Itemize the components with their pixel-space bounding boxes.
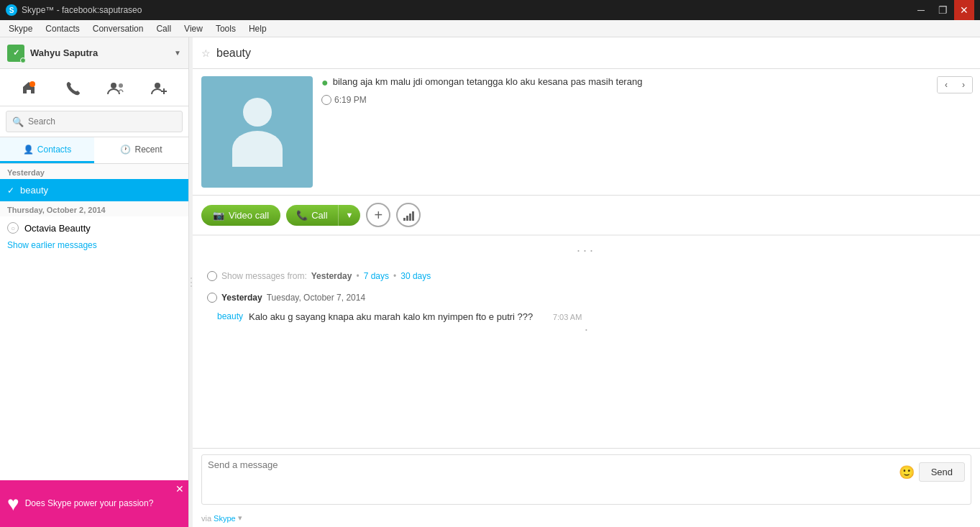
skype-link[interactable]: Skype bbox=[214, 514, 236, 523]
message-input-wrap: 🙂 Send bbox=[201, 454, 971, 505]
show-earlier-link[interactable]: Show earlier messages bbox=[0, 234, 104, 256]
nav-prev-button[interactable]: ‹ bbox=[938, 77, 955, 93]
message-text: Kalo aku g sayang knapa aku marah kalo k… bbox=[249, 311, 533, 322]
call-button[interactable]: 📞 Call bbox=[286, 205, 337, 226]
profile-section: ● bilang aja km malu jdi omongan tetangg… bbox=[193, 69, 980, 196]
check-icon: ✓ bbox=[7, 185, 14, 196]
call-button-group: 📞 Call ▼ bbox=[286, 205, 360, 226]
signal-bars-icon bbox=[403, 209, 414, 221]
contacts-list: Yesterday ✓ beauty Thursday, October 2, … bbox=[0, 164, 188, 480]
menu-tools[interactable]: Tools bbox=[210, 22, 242, 35]
tab-contacts[interactable]: 👤 Contacts bbox=[0, 137, 94, 163]
message-time: 7:03 AM bbox=[539, 311, 582, 321]
menu-view[interactable]: View bbox=[178, 22, 209, 35]
signal-button[interactable] bbox=[396, 203, 421, 227]
avatar-head bbox=[243, 98, 272, 127]
star-icon[interactable]: ☆ bbox=[201, 47, 211, 59]
nav-next-button[interactable]: › bbox=[955, 77, 972, 93]
chat-header: ☆ beauty bbox=[193, 37, 980, 69]
home-button[interactable] bbox=[14, 73, 43, 102]
phone-button[interactable] bbox=[58, 73, 87, 102]
menu-help[interactable]: Help bbox=[243, 22, 273, 35]
promo-text: Does Skype power your passion? bbox=[25, 498, 154, 510]
status-dot bbox=[20, 58, 26, 63]
chat-title: beauty bbox=[216, 47, 251, 60]
message-row: beauty Kalo aku g sayang knapa aku marah… bbox=[193, 308, 980, 325]
group-thursday: Thursday, October 2, 2014 bbox=[0, 201, 188, 216]
show-messages-from: Show messages from: Yesterday • 7 days •… bbox=[193, 265, 980, 287]
show-30-days-link[interactable]: 30 days bbox=[400, 271, 431, 281]
sidebar: ✓ Wahyu Saputra ▼ bbox=[0, 37, 189, 527]
nav-arrows: ‹ › bbox=[937, 76, 973, 93]
chat-area: ☆ beauty ● bilang aja km malu jdi omonga… bbox=[193, 37, 980, 527]
date-label: Yesterday Tuesday, October 7, 2014 bbox=[193, 287, 980, 308]
avatar-figure bbox=[232, 98, 283, 167]
profile-time: 6:19 PM bbox=[321, 95, 971, 105]
svg-point-3 bbox=[155, 83, 160, 88]
promo-heart-icon: ♥ bbox=[7, 492, 19, 515]
user-header: ✓ Wahyu Saputra ▼ bbox=[0, 37, 188, 69]
search-icon: 🔍 bbox=[12, 116, 24, 127]
profile-info: ● bilang aja km malu jdi omongan tetangg… bbox=[321, 76, 971, 105]
menu-call[interactable]: Call bbox=[150, 22, 177, 35]
promo-close-button[interactable]: ✕ bbox=[175, 483, 184, 495]
sidebar-toolbar bbox=[0, 69, 188, 106]
messages-area[interactable]: Show messages from: Yesterday • 7 days •… bbox=[193, 258, 980, 448]
message-dot: • bbox=[193, 325, 980, 334]
emoji-button[interactable]: 🙂 bbox=[899, 464, 915, 480]
message-input[interactable] bbox=[208, 459, 899, 500]
title-bar: S Skype™ - facebook:saputraseo ─ ❐ ✕ bbox=[0, 0, 980, 20]
contacts-tab-icon: 👤 bbox=[23, 145, 34, 155]
menu-skype[interactable]: Skype bbox=[3, 22, 38, 35]
svg-point-0 bbox=[29, 81, 35, 87]
clock-icon-msg bbox=[207, 271, 217, 281]
message-input-area: 🙂 Send bbox=[193, 448, 980, 510]
skype-dropdown-icon[interactable]: ▾ bbox=[238, 513, 242, 523]
minimize-button[interactable]: ─ bbox=[911, 0, 931, 20]
avatar[interactable]: ✓ bbox=[7, 45, 24, 62]
ellipsis-indicator: ... bbox=[193, 237, 980, 258]
call-dropdown-button[interactable]: ▼ bbox=[338, 205, 361, 226]
online-dot: ● bbox=[321, 76, 329, 89]
recent-tab-icon: 🕐 bbox=[120, 145, 131, 155]
via-skype: via Skype ▾ bbox=[193, 510, 980, 527]
camera-icon: 📷 bbox=[213, 210, 224, 221]
add-button[interactable]: + bbox=[366, 203, 390, 227]
video-call-button[interactable]: 📷 Video call bbox=[201, 205, 280, 226]
promo-bar: ♥ Does Skype power your passion? ✕ bbox=[0, 480, 188, 527]
menu-conversation[interactable]: Conversation bbox=[87, 22, 150, 35]
avatar-body bbox=[232, 131, 283, 167]
close-button[interactable]: ✕ bbox=[954, 0, 974, 20]
message-sender[interactable]: beauty bbox=[207, 311, 243, 321]
search-container: 🔍 bbox=[0, 106, 188, 137]
clock-icon-date bbox=[207, 293, 217, 303]
show-7-days-link[interactable]: 7 days bbox=[364, 271, 389, 281]
svg-point-1 bbox=[111, 83, 116, 88]
search-input[interactable] bbox=[28, 114, 176, 129]
input-actions: 🙂 Send bbox=[899, 459, 965, 482]
contact-avatar bbox=[201, 76, 313, 188]
tabs: 👤 Contacts 🕐 Recent bbox=[0, 137, 188, 164]
send-button[interactable]: Send bbox=[919, 462, 965, 482]
user-name: Wahyu Saputra bbox=[30, 47, 168, 58]
tab-recent[interactable]: 🕐 Recent bbox=[94, 137, 188, 163]
svg-point-2 bbox=[119, 83, 123, 88]
user-dropdown-arrow[interactable]: ▼ bbox=[174, 49, 181, 57]
window-title: Skype™ - facebook:saputraseo bbox=[22, 5, 142, 15]
search-wrap: 🔍 bbox=[6, 111, 183, 132]
divider bbox=[193, 235, 980, 236]
window-controls: ─ ❐ ✕ bbox=[911, 0, 974, 20]
phone-icon: 📞 bbox=[296, 210, 308, 221]
contacts-button[interactable] bbox=[101, 73, 130, 102]
contact-beauty[interactable]: ✓ beauty bbox=[0, 179, 188, 201]
menu-contacts[interactable]: Contacts bbox=[40, 22, 85, 35]
menu-bar: Skype Contacts Conversation Call View To… bbox=[0, 20, 980, 37]
app-icon: S bbox=[6, 4, 17, 16]
group-yesterday: Yesterday bbox=[0, 164, 188, 179]
profile-message: ● bilang aja km malu jdi omongan tetangg… bbox=[321, 76, 971, 89]
main-container: ✓ Wahyu Saputra ▼ bbox=[0, 37, 980, 527]
contact-icon: ○ bbox=[7, 222, 19, 234]
add-contact-button[interactable] bbox=[145, 73, 174, 102]
action-buttons: 📷 Video call 📞 Call ▼ + bbox=[193, 196, 980, 235]
restore-button[interactable]: ❐ bbox=[933, 0, 953, 20]
